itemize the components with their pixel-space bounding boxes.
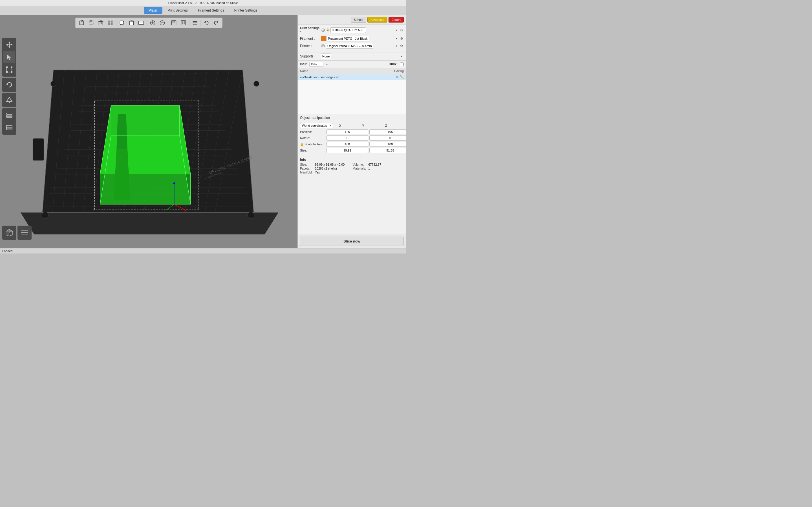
arrange-button[interactable] xyxy=(106,19,114,27)
filament-wrap: Prusament PETG - Jet Black ⚙ xyxy=(321,36,404,41)
rotate-label: Rotate: xyxy=(300,136,325,140)
filament-gear[interactable]: ⚙ xyxy=(399,36,404,41)
svg-rect-51 xyxy=(6,116,12,117)
copy-button[interactable] xyxy=(118,19,126,27)
advanced-mode-button[interactable]: Advanced xyxy=(367,17,388,22)
viewport[interactable]: ORIGINAL PRUSA i3 MK3 by Josef Prusa xyxy=(0,15,297,248)
3d-view-button[interactable] xyxy=(2,226,16,240)
edit-icon[interactable]: ✏️ xyxy=(400,75,404,79)
layer-view-toggle-button[interactable] xyxy=(17,226,32,240)
move-tool-button[interactable] xyxy=(3,39,15,51)
coord-system-wrap: World coordinates Local coordinates xyxy=(300,123,333,128)
size-y-input[interactable] xyxy=(369,148,406,153)
eye-icon[interactable]: 👁 xyxy=(396,75,399,79)
more-button[interactable] xyxy=(137,19,145,27)
axis-y-header: Y xyxy=(352,124,374,127)
view-tools xyxy=(2,108,16,135)
slice-section: Slice now xyxy=(298,234,406,248)
corner-view-tools xyxy=(2,226,32,240)
layer-view-button[interactable] xyxy=(3,109,15,121)
scale-tool-button[interactable] xyxy=(3,64,15,75)
info-facets-label: Facets: xyxy=(300,167,313,170)
printer-row: Printer : Original Prusa i3 MK3S - 0.4mm… xyxy=(300,43,404,49)
rotate-tool-button[interactable] xyxy=(3,79,15,91)
printer-gear[interactable]: ⚙ xyxy=(399,44,404,48)
simple-mode-button[interactable]: Simple xyxy=(351,17,366,22)
tab-print-settings[interactable]: Print Settings xyxy=(163,7,193,14)
status-text: Loaded xyxy=(2,249,13,252)
delete-button[interactable] xyxy=(97,19,105,27)
bed-3d-view[interactable]: ORIGINAL PRUSA i3 MK3 by Josef Prusa xyxy=(0,15,297,248)
add-instance-button[interactable] xyxy=(149,19,156,27)
scale-label: 🔒 Scale factors: xyxy=(300,143,325,146)
scale-y-input[interactable] xyxy=(369,142,406,147)
svg-rect-30 xyxy=(184,21,185,24)
print-settings-label: Print settings : xyxy=(300,26,320,34)
arrange-list-button[interactable] xyxy=(191,19,199,27)
plate-button[interactable] xyxy=(170,19,177,27)
svg-rect-49 xyxy=(6,113,12,114)
col-name-header: Name xyxy=(300,69,387,73)
remove-instance-button[interactable] xyxy=(158,19,166,27)
svg-rect-131 xyxy=(21,234,28,235)
object-list-header: Name Editing xyxy=(298,68,406,74)
redo-button[interactable] xyxy=(212,19,220,27)
undo-button[interactable] xyxy=(202,19,210,27)
scale-x-input[interactable] xyxy=(326,142,368,147)
rotate-row: Rotate: ° xyxy=(300,135,404,140)
supports-row: Supports: None xyxy=(298,52,406,61)
svg-point-100 xyxy=(42,212,49,219)
support-paint-button[interactable] xyxy=(3,94,15,106)
toolbar-sep-4 xyxy=(189,20,189,25)
printer-label: Printer : xyxy=(300,44,320,48)
rotate-x-input[interactable] xyxy=(326,135,368,140)
paste-button[interactable] xyxy=(128,19,135,27)
layer-tool2-button[interactable] xyxy=(3,122,15,133)
print-settings-select[interactable]: 0.20mm QUALITY MK3 xyxy=(331,27,366,33)
select-tool-button[interactable] xyxy=(3,51,15,63)
svg-rect-42 xyxy=(6,66,8,68)
svg-rect-27 xyxy=(174,21,175,22)
info-materials-value: 1 xyxy=(368,167,404,170)
object-name: mk3-sidebox-...ner-edges.stl xyxy=(300,75,395,79)
print-settings-select-wrap: 0.20mm QUALITY MK3 xyxy=(331,27,399,33)
tab-plater[interactable]: Plater xyxy=(144,7,162,14)
add-shape-button[interactable] xyxy=(87,19,95,27)
infill-row: Infill: ▼ Brim: xyxy=(298,61,406,68)
coord-dropdown-container: World coordinates Local coordinates xyxy=(300,123,328,128)
svg-rect-10 xyxy=(108,20,110,22)
info-volume-value: 67732.87 xyxy=(368,163,404,166)
print-settings-gear[interactable]: ⚙ xyxy=(399,28,404,33)
svg-point-102 xyxy=(254,81,259,87)
infill-label: Infill: xyxy=(300,62,307,66)
tab-filament-settings[interactable]: Filament Settings xyxy=(193,7,229,14)
expert-mode-button[interactable]: Expert xyxy=(389,17,404,22)
supports-select[interactable]: None xyxy=(321,54,331,59)
filament-color-swatch xyxy=(321,36,326,41)
infill-input[interactable] xyxy=(309,62,323,67)
filament-select[interactable]: Prusament PETG - Jet Black xyxy=(326,36,369,41)
rotate-tools xyxy=(2,78,16,92)
position-x-input[interactable] xyxy=(326,129,368,134)
app-title: PrusaSlicer-2.1.0+-201909160907 based on… xyxy=(168,1,238,4)
top-toolbar xyxy=(75,17,222,28)
rotate-y-input[interactable] xyxy=(369,135,406,140)
lock-scale-icon[interactable]: 🔒 xyxy=(300,143,304,146)
plate-variant-button[interactable] xyxy=(179,19,187,27)
add-object-button[interactable] xyxy=(78,19,86,27)
object-list-item[interactable]: mk3-sidebox-...ner-edges.stl 👁 ✏️ xyxy=(298,74,406,80)
filament-row: Filament : Prusament PETG - Jet Black ⚙ xyxy=(300,36,404,41)
printer-select[interactable]: Original Prusa i3 MK3S - 0.4mm xyxy=(326,43,373,49)
slice-now-button[interactable]: Slice now xyxy=(300,237,404,246)
printer-icon xyxy=(321,44,325,48)
coord-system-select[interactable]: World coordinates Local coordinates xyxy=(300,123,333,128)
svg-rect-15 xyxy=(120,21,123,24)
info-title: Info xyxy=(300,158,404,162)
scale-row: 🔒 Scale factors: % xyxy=(300,142,404,147)
svg-rect-29 xyxy=(182,21,183,24)
brim-checkbox[interactable] xyxy=(400,62,404,66)
size-x-input[interactable] xyxy=(326,148,368,153)
info-materials-label: Materials: xyxy=(352,167,366,170)
position-y-input[interactable] xyxy=(369,129,406,134)
tab-printer-settings[interactable]: Printer Settings xyxy=(230,7,262,14)
